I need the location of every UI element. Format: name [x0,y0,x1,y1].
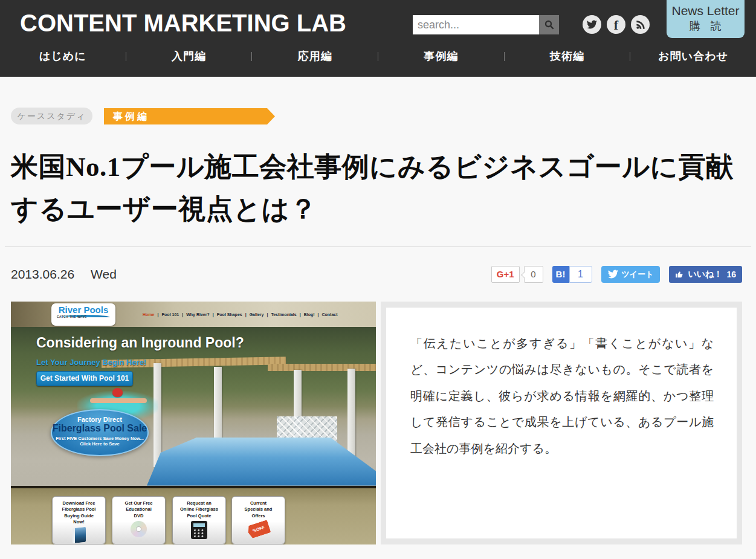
rp-nav-item: Testimonials [271,312,300,317]
badge-line4: Click Here to Save [52,441,147,447]
section-tag[interactable]: 事例編 [104,108,275,124]
date-value: 2013.06.26 [11,267,74,281]
google-plus-one-label[interactable]: G+1 [491,266,520,283]
rp-sale-badge: Factory Direct Fiberglass Pool Sale Firs… [51,409,149,456]
google-plus-one-button[interactable]: G+1 0 [491,266,543,283]
calculator-screen [193,523,205,527]
rp-card-label: Get Our Free Educational DVD [112,500,165,520]
nav-item-jirei[interactable]: 事例編 [378,49,504,63]
rp-nav-item: Contact [321,312,337,317]
rp-cta-button: Get Started With Pool 101 [36,371,133,386]
badge-line2: Fiberglass Pool Sale [52,423,147,434]
search-button[interactable] [539,15,559,34]
hatena-icon[interactable]: B! [552,266,569,283]
badge-line3: First FIVE Customers Save Money Now... [52,436,147,441]
meta-row: 2013.06.26Wed G+1 0 B! 1 ツイート いいね！ [11,265,742,283]
book-icon [73,526,86,543]
content-row: River Pools CATCH THE WAVE Home Pool 101… [11,302,742,544]
rss-icon [636,20,645,30]
calculator-keys [193,529,205,537]
like-count: 16 [726,270,736,279]
rp-card-specials: Current Specials and Offers %OFF [231,496,285,544]
facebook-button[interactable]: f [607,15,625,34]
newsletter-subscribe-button[interactable]: News Letter 購 読 [667,0,745,38]
rp-navbar: River Pools CATCH THE WAVE Home Pool 101… [11,302,376,327]
article-hero-image-river-pools[interactable]: River Pools CATCH THE WAVE Home Pool 101… [11,302,376,544]
article-title: 米国No.1プール施工会社事例にみるビジネスゴールに貢献するユーザー視点とは？ [11,146,742,231]
site-header: CONTENT MARKETING LAB f News Letter 購 読 … [0,0,756,77]
article-main: ケーススタディ 事例編 米国No.1プール施工会社事例にみるビジネスゴールに貢献… [0,108,756,544]
category-tag[interactable]: ケーススタディ [11,108,92,124]
facebook-like-button[interactable]: いいね！ 16 [669,266,742,283]
nav-item-hajimeni[interactable]: はじめに [0,49,126,63]
facebook-icon: f [614,19,618,32]
pergola-beam [268,364,376,371]
tweet-button[interactable]: ツイート [601,266,661,283]
lead-paragraph: 「伝えたいことが多すぎる」「書くことがない」など、コンテンツの悩みは尽きないもの… [410,331,714,462]
tweet-label: ツイート [622,269,654,280]
social-icons: f [583,15,650,34]
publish-date: 2013.06.26Wed [11,267,117,282]
rp-card-label: Download Free Fiberglass Pool Buying Gui… [53,500,105,526]
newsletter-label: News Letter [667,4,745,18]
twitter-bird-icon [608,269,618,279]
swimmer-arms [90,398,147,403]
search-group [413,15,559,34]
site-logo[interactable]: CONTENT MARKETING LAB [20,10,346,37]
nav-item-nyumon[interactable]: 入門編 [126,49,252,63]
rp-nav: Home Pool 101 Why River? Pool Shapes Gal… [143,312,338,317]
share-buttons: G+1 0 B! 1 ツイート いいね！ 16 [491,266,742,283]
nav-item-contact[interactable]: お問い合わせ [630,49,756,63]
rp-nav-item: Blog! [304,312,319,317]
nav-item-gijutsu[interactable]: 技術編 [505,49,630,63]
google-plus-one-count: 0 [524,266,543,283]
dvd-icon [131,521,147,537]
hatena-bookmark-button[interactable]: B! 1 [552,266,592,283]
rp-card-label: Current Specials and Offers [232,500,285,520]
twitter-button[interactable] [583,15,601,34]
lead-panel: 「伝えたいことが多すぎる」「書くことがない」など、コンテンツの悩みは尽きないもの… [381,302,742,544]
rp-card-label: Request an Online Fiberglass Pool Quote [173,500,225,520]
calculator-icon [191,521,207,539]
search-icon [544,19,555,30]
hatena-count: 1 [569,266,592,283]
rp-photo: Considering an Inground Pool? Let Your J… [11,327,376,486]
rp-logo-text: River Pools [51,305,115,315]
rp-subhead: Let Your Journey Begin Here! [36,358,146,367]
main-nav: はじめに 入門編 応用編 事例編 技術編 お問い合わせ [0,46,756,66]
weekday-value: Wed [91,267,117,281]
nav-item-oyo[interactable]: 応用編 [252,49,378,63]
rp-nav-item: Home [143,312,158,317]
like-label: いいね！ [688,269,722,280]
newsletter-subscribe-label: 購 読 [667,19,745,33]
page: CONTENT MARKETING LAB f News Letter 購 読 … [0,0,756,559]
search-input[interactable] [413,15,539,34]
pool-water [147,438,376,486]
rp-nav-item: Pool Shapes [217,312,247,317]
title-divider [5,247,751,247]
rp-headline: Considering an Inground Pool? [36,335,244,351]
discount-tag-icon: %OFF [246,520,271,539]
rp-nav-item: Pool 101 [161,312,183,317]
rp-card-quote: Request an Online Fiberglass Pool Quote [172,496,226,544]
rp-logo-tagline: CATCH THE WAVE [51,315,115,318]
rss-button[interactable] [631,15,650,34]
thumbs-up-icon [675,270,683,279]
rp-nav-item: Why River? [186,312,213,317]
rp-bottom-band: Download Free Fiberglass Pool Buying Gui… [11,486,376,544]
swimmer-cap [112,388,123,397]
rp-card-buying-guide: Download Free Fiberglass Pool Buying Gui… [52,496,106,544]
rp-logo: River Pools CATCH THE WAVE [51,303,115,326]
tag-row: ケーススタディ 事例編 [11,108,742,124]
twitter-icon [587,19,597,30]
badge-line1: Factory Direct [52,416,147,423]
lead-inner: 「伝えたいことが多すぎる」「書くことがない」など、コンテンツの悩みは尽きないもの… [386,308,737,538]
rp-nav-item: Gallery [250,312,268,317]
rp-card-dvd: Get Our Free Educational DVD [112,496,166,544]
